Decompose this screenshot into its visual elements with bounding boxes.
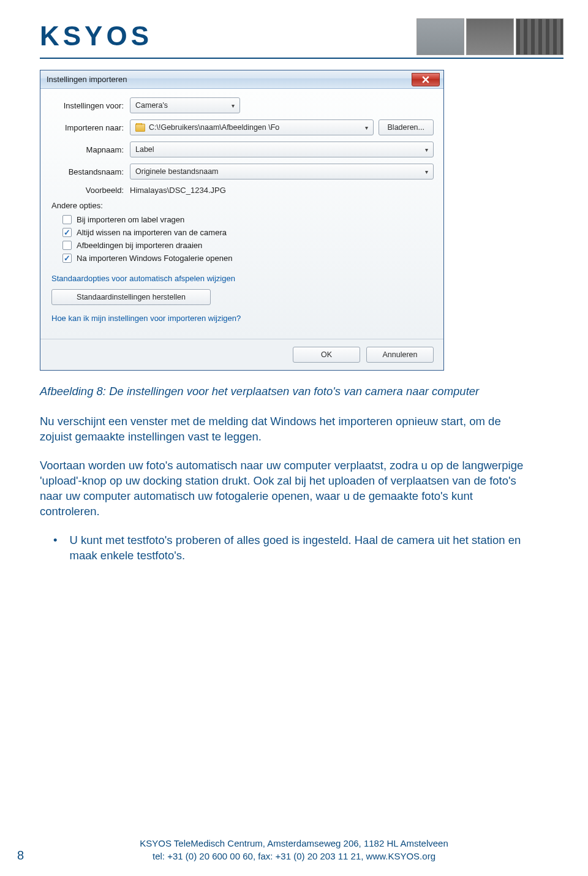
folder-name-value: Label [135, 145, 154, 154]
checkbox-label: Bij importeren om label vragen [77, 215, 184, 224]
checkbox-icon [62, 228, 72, 237]
browse-button[interactable]: Bladeren... [379, 119, 434, 135]
dialog-footer: OK Annuleren [40, 339, 443, 370]
example-label: Voorbeeld: [50, 186, 130, 195]
checkbox-row-prompt-label[interactable]: Bij importeren om label vragen [62, 215, 434, 224]
chevron-down-icon: ▾ [365, 124, 368, 131]
checkbox-row-always-erase[interactable]: Altijd wissen na importeren van de camer… [62, 228, 434, 237]
header-texture-3 [516, 18, 564, 55]
document-body-text: Afbeelding 8: De instellingen voor het v… [40, 384, 530, 564]
checkbox-row-open-gallery[interactable]: Na importeren Windows Fotogalerie openen [62, 254, 434, 263]
other-options-label: Andere opties: [51, 201, 434, 210]
cancel-button[interactable]: Annuleren [366, 347, 434, 363]
import-settings-dialog: Instellingen importeren Instellingen voo… [40, 70, 444, 371]
checkbox-row-rotate[interactable]: Afbeeldingen bij importeren draaien [62, 241, 434, 250]
file-name-label: Bestandsnaam: [50, 167, 130, 176]
paragraph-1: Nu verschijnt een venster met de melding… [40, 414, 530, 445]
browse-label: Bladeren... [388, 123, 424, 132]
page-header: KSYOS [0, 0, 588, 55]
paragraph-2: Voortaan worden uw foto's automatisch na… [40, 458, 530, 519]
autoplay-options-link[interactable]: Standaardopties voor automatisch afspele… [51, 274, 432, 283]
ok-label: OK [321, 350, 332, 359]
settings-for-dropdown[interactable]: Camera's ▾ [130, 97, 240, 113]
footer-line-1: KSYOS TeleMedisch Centrum, Amsterdamsewe… [0, 837, 588, 850]
import-to-value: C:\!Gebruikers\naam\Afbeeldingen \Fo [149, 123, 279, 132]
cancel-label: Annuleren [383, 350, 418, 359]
chevron-down-icon: ▾ [425, 146, 428, 153]
file-name-value: Originele bestandsnaam [135, 167, 219, 176]
dialog-title: Instellingen importeren [47, 75, 127, 84]
file-name-dropdown[interactable]: Originele bestandsnaam ▾ [130, 164, 434, 179]
figure-caption: Afbeelding 8: De instellingen voor het v… [40, 384, 530, 399]
folder-name-label: Mapnaam: [50, 145, 130, 154]
help-link[interactable]: Hoe kan ik mijn instellingen voor import… [51, 314, 432, 323]
restore-defaults-label: Standaardinstellingen herstellen [77, 293, 186, 301]
header-texture-1 [417, 18, 464, 55]
dialog-titlebar: Instellingen importeren [40, 70, 443, 89]
checkbox-label: Afbeeldingen bij importeren draaien [77, 241, 202, 250]
chevron-down-icon: ▾ [232, 102, 235, 109]
chevron-down-icon: ▾ [425, 168, 428, 175]
header-rule [40, 58, 564, 59]
folder-icon [135, 124, 145, 132]
close-icon [422, 76, 429, 83]
folder-name-dropdown[interactable]: Label ▾ [130, 142, 434, 157]
close-button[interactable] [412, 73, 440, 86]
restore-defaults-button[interactable]: Standaardinstellingen herstellen [51, 289, 211, 305]
dialog-body: Instellingen voor: Camera's ▾ Importeren… [40, 89, 443, 339]
checkbox-label: Altijd wissen na importeren van de camer… [77, 228, 227, 237]
settings-for-label: Instellingen voor: [50, 101, 130, 110]
footer-line-2: tel: +31 (0) 20 600 00 60, fax: +31 (0) … [0, 850, 588, 863]
checkbox-icon [62, 215, 72, 224]
header-texture-2 [466, 18, 514, 55]
bullet-icon: • [53, 533, 57, 564]
header-textures [417, 18, 564, 55]
checkbox-label: Na importeren Windows Fotogalerie openen [77, 254, 232, 263]
import-to-label: Importeren naar: [50, 123, 130, 132]
import-to-dropdown[interactable]: C:\!Gebruikers\naam\Afbeeldingen \Fo ▾ [130, 119, 374, 135]
checkbox-icon [62, 254, 72, 263]
settings-for-value: Camera's [135, 101, 168, 110]
logo: KSYOS [40, 21, 153, 55]
example-value: Himalayas\DSC_1234.JPG [130, 186, 226, 195]
bullet-text: U kunt met testfoto's proberen of alles … [69, 533, 530, 564]
checkbox-icon [62, 241, 72, 250]
page-footer: KSYOS TeleMedisch Centrum, Amsterdamsewe… [0, 837, 588, 863]
bullet-item: • U kunt met testfoto's proberen of alle… [53, 533, 530, 564]
ok-button[interactable]: OK [293, 347, 360, 363]
